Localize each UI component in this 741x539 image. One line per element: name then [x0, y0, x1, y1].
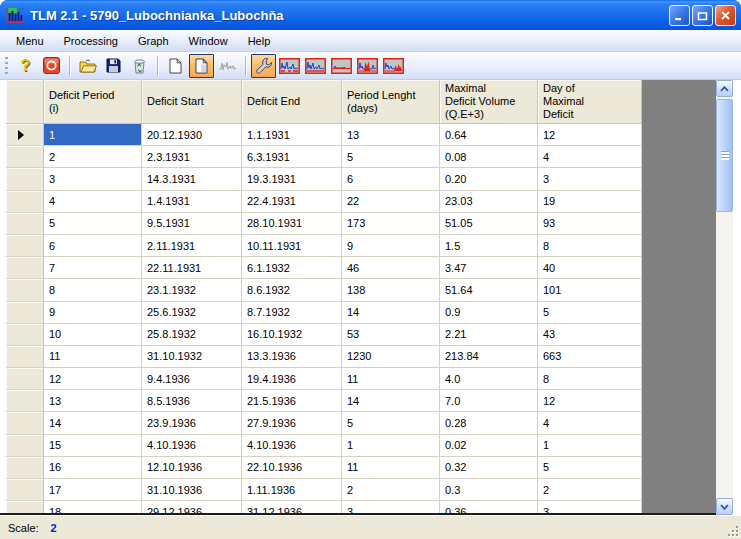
table-cell[interactable]: 16 — [44, 457, 142, 479]
table-cell[interactable]: 22.11.1931 — [142, 257, 242, 279]
table-cell[interactable]: 14.3.1931 — [142, 168, 242, 190]
table-cell[interactable]: 1 — [538, 435, 642, 457]
table-cell[interactable]: 213.84 — [440, 346, 538, 368]
table-cell[interactable]: 16.10.1932 — [242, 324, 342, 346]
table-cell[interactable]: 10.11.1931 — [242, 235, 342, 257]
table-cell[interactable]: 4.10.1936 — [142, 435, 242, 457]
table-cell[interactable]: 3 — [44, 168, 142, 190]
table-cell[interactable]: 15 — [44, 435, 142, 457]
row-selector[interactable] — [6, 324, 44, 346]
menu-item-menu[interactable]: Menu — [6, 32, 54, 50]
table-cell[interactable]: 8 — [44, 279, 142, 301]
table-cell[interactable]: 9.4.1936 — [142, 368, 242, 390]
table-cell[interactable]: 0.08 — [440, 146, 538, 168]
table-cell[interactable]: 2 — [44, 146, 142, 168]
scroll-up-button[interactable] — [716, 80, 733, 97]
table-cell[interactable]: 1 — [342, 435, 440, 457]
chart-deficit-button[interactable] — [277, 54, 302, 78]
table-cell[interactable]: 6.3.1931 — [242, 146, 342, 168]
table-cell[interactable]: 0.20 — [440, 168, 538, 190]
row-selector[interactable] — [6, 390, 44, 412]
table-cell[interactable]: 12 — [44, 368, 142, 390]
row-selector[interactable] — [6, 235, 44, 257]
table-cell[interactable]: 5 — [44, 213, 142, 235]
table-cell[interactable]: 6.1.1932 — [242, 257, 342, 279]
vertical-scrollbar[interactable] — [716, 80, 733, 515]
table-cell[interactable]: 2.3.1931 — [142, 146, 242, 168]
row-selector[interactable] — [6, 457, 44, 479]
table-cell[interactable]: 4.10.1936 — [242, 435, 342, 457]
table-cell[interactable]: 25.8.1932 — [142, 324, 242, 346]
table-cell[interactable]: 5 — [538, 302, 642, 324]
close-button[interactable] — [715, 5, 736, 26]
row-selector[interactable] — [6, 368, 44, 390]
table-cell[interactable]: 5 — [538, 457, 642, 479]
scroll-track[interactable] — [716, 97, 733, 498]
table-cell[interactable]: 29.12.1936 — [142, 501, 242, 513]
table-cell[interactable]: 31.10.1936 — [142, 479, 242, 501]
table-cell[interactable]: 4 — [538, 412, 642, 434]
table-cell[interactable]: 8.5.1936 — [142, 390, 242, 412]
row-selector[interactable] — [6, 168, 44, 190]
table-cell[interactable]: 8.7.1932 — [242, 302, 342, 324]
table-cell[interactable]: 0.64 — [440, 124, 538, 146]
data-table-button[interactable] — [189, 54, 214, 78]
table-cell[interactable]: 11 — [342, 457, 440, 479]
table-cell[interactable]: 25.6.1932 — [142, 302, 242, 324]
menu-item-help[interactable]: Help — [238, 32, 281, 50]
exit-button[interactable] — [39, 54, 64, 78]
table-cell[interactable]: 138 — [342, 279, 440, 301]
row-selector[interactable] — [6, 124, 44, 146]
table-cell[interactable]: 10 — [44, 324, 142, 346]
table-cell[interactable]: 21.5.1936 — [242, 390, 342, 412]
table-cell[interactable]: 0.36 — [440, 501, 538, 513]
table-cell[interactable]: 173 — [342, 213, 440, 235]
row-selector[interactable] — [6, 346, 44, 368]
table-cell[interactable]: 14 — [44, 412, 142, 434]
table-cell[interactable]: 19.4.1936 — [242, 368, 342, 390]
column-header[interactable]: Day of Maximal Deficit — [538, 80, 642, 124]
row-selector[interactable] — [6, 213, 44, 235]
table-cell[interactable]: 51.05 — [440, 213, 538, 235]
waveform-button[interactable] — [215, 54, 240, 78]
table-cell[interactable]: 8 — [538, 235, 642, 257]
row-selector[interactable] — [6, 435, 44, 457]
table-cell[interactable]: 23.9.1936 — [142, 412, 242, 434]
table-cell[interactable]: 13 — [342, 124, 440, 146]
table-cell[interactable]: 5 — [342, 146, 440, 168]
table-cell[interactable]: 14 — [342, 390, 440, 412]
table-cell[interactable]: 1230 — [342, 346, 440, 368]
table-cell[interactable]: 3 — [538, 168, 642, 190]
table-cell[interactable]: 22 — [342, 191, 440, 213]
table-cell[interactable]: 12 — [538, 124, 642, 146]
table-cell[interactable]: 2 — [342, 479, 440, 501]
column-header[interactable]: Deficit Start — [142, 80, 242, 124]
table-cell[interactable]: 9.5.1931 — [142, 213, 242, 235]
table-cell[interactable]: 2 — [538, 479, 642, 501]
table-cell[interactable]: 4 — [44, 191, 142, 213]
open-button[interactable] — [75, 54, 100, 78]
chart-mixed-button[interactable] — [381, 54, 406, 78]
table-cell[interactable]: 0.3 — [440, 479, 538, 501]
table-cell[interactable]: 1.11.1936 — [242, 479, 342, 501]
menu-item-processing[interactable]: Processing — [54, 32, 128, 50]
chart-baseline-button[interactable] — [303, 54, 328, 78]
chart-peaks-button[interactable] — [355, 54, 380, 78]
table-cell[interactable]: 5 — [342, 412, 440, 434]
column-header[interactable]: Period Lenght (days) — [342, 80, 440, 124]
table-cell[interactable]: 51.64 — [440, 279, 538, 301]
recycle-button[interactable] — [127, 54, 152, 78]
new-button[interactable] — [163, 54, 188, 78]
column-header[interactable]: Deficit Period (i) — [44, 80, 142, 124]
menu-item-window[interactable]: Window — [179, 32, 238, 50]
table-cell[interactable]: 18 — [44, 501, 142, 513]
table-cell[interactable]: 8.6.1932 — [242, 279, 342, 301]
table-cell[interactable]: 3 — [342, 501, 440, 513]
table-cell[interactable]: 3.47 — [440, 257, 538, 279]
menu-item-graph[interactable]: Graph — [128, 32, 179, 50]
table-cell[interactable]: 22.10.1936 — [242, 457, 342, 479]
table-cell[interactable]: 2.11.1931 — [142, 235, 242, 257]
table-cell[interactable]: 46 — [342, 257, 440, 279]
table-cell[interactable]: 40 — [538, 257, 642, 279]
table-cell[interactable]: 2.21 — [440, 324, 538, 346]
